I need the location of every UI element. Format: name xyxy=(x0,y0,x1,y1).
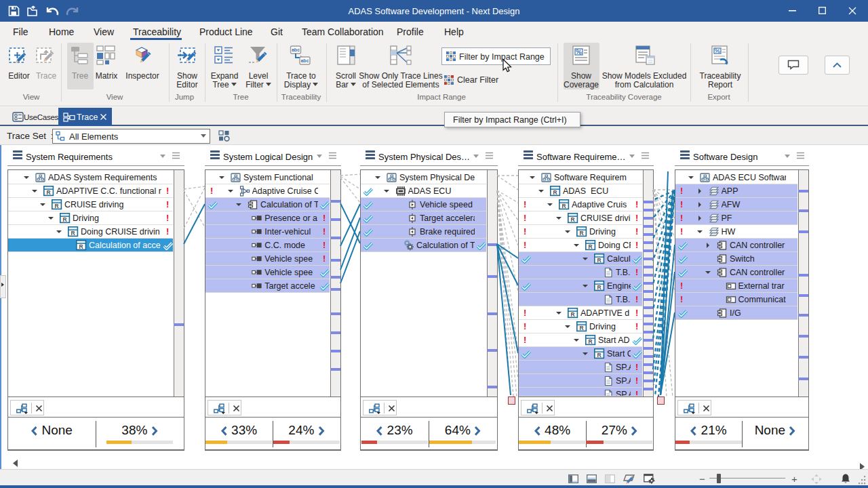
svg-text:abc: abc xyxy=(300,58,309,63)
svg-text:R: R xyxy=(580,325,584,331)
svg-text:R: R xyxy=(597,257,601,264)
svg-text:R: R xyxy=(47,189,51,196)
svg-text:R: R xyxy=(589,338,593,345)
svg-text:R: R xyxy=(571,311,575,318)
svg-text:R: R xyxy=(597,352,601,359)
svg-text:abc: abc xyxy=(292,47,300,52)
svg-text:R: R xyxy=(580,230,584,237)
svg-text:R: R xyxy=(589,243,593,250)
svg-text:R: R xyxy=(571,216,575,223)
svg-text:R: R xyxy=(597,284,601,291)
svg-text:R: R xyxy=(63,216,67,223)
svg-text:R: R xyxy=(553,189,557,196)
svg-text:R: R xyxy=(71,230,75,237)
svg-text:R: R xyxy=(562,203,566,209)
svg-text:R: R xyxy=(79,243,83,250)
svg-text:R: R xyxy=(55,203,59,209)
